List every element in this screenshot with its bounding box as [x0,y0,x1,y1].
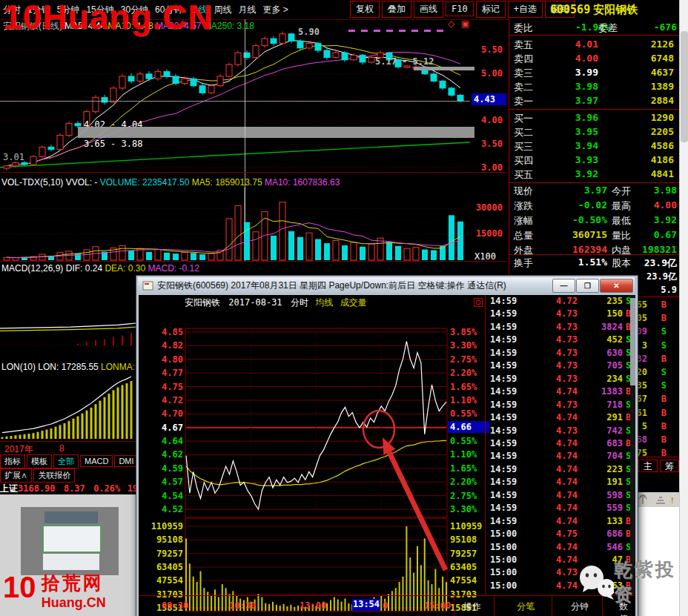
sales-row: 14:59 4.73 452 S [487,334,632,347]
period-更多 >[interactable]: 更多 > [262,4,288,16]
maximize-button[interactable]: ❐ [576,279,599,293]
bid-row-买五[interactable]: 买五3.924841 [509,168,680,182]
site-logo[interactable]: 10 拾荒网 Huang.CN [3,571,106,611]
tab-关联报价[interactable]: 关联报价 [33,468,75,483]
sale-time: 14:59 [490,451,517,461]
tab-全部[interactable]: 全部 [53,454,79,468]
ask-row-卖五[interactable]: 卖五4.012126 [509,38,680,52]
status-bar: 上证3168.90 8.37 0.26% 19 [0,483,136,494]
sale-price: 4.75 [530,529,578,539]
panel-tab-筹[interactable]: 筹 [660,460,679,472]
tab-扩展∧[interactable]: 扩展∧ [0,468,32,483]
minimize-button[interactable]: — [552,279,575,293]
tab-DMI[interactable]: DMI [114,455,136,467]
sale-price: 4.73 [530,322,578,332]
index-pct: 0.26% [93,483,120,494]
tab-模板[interactable]: 模板 [27,454,52,468]
scrollbar-thumb[interactable] [681,31,688,142]
bid-row-买一[interactable]: 买一3.961290 [509,111,680,125]
popup-tab-操作[interactable]: 操作 [463,600,481,613]
sales-row: 14:59 4.74 133 B [487,516,632,529]
index-name[interactable]: 上证 [0,483,18,494]
huanshou-label: 换手 [514,256,533,270]
xaxis-month: 8 [59,443,64,454]
ask-volume: 1389 [606,81,674,92]
window-icon [142,281,154,291]
toolbar-button-叠加[interactable]: 叠加 [382,1,411,18]
ask-price: 3.99 [546,67,598,78]
toolbar-button-标记[interactable]: 标记 [476,1,506,18]
ask-row-卖二[interactable]: 卖二3.981389 [509,80,680,94]
sale-volume: 704 [575,451,623,461]
popup-overlay-vol[interactable]: 成交量 [340,297,367,308]
stock-name: 安阳钢铁 [593,3,638,16]
toolbar-button-画线[interactable]: 画线 [414,1,443,18]
ask-label: 卖三 [514,67,533,80]
weibi-row[interactable]: 委比-1.94%委差-676 [509,21,680,35]
bid-label: 买三 [514,140,533,153]
ask-volume: 2126 [606,39,674,50]
fenshi-left-tick: 4.85 [145,327,183,337]
bid-row-买四[interactable]: 买四3.934186 [509,153,680,168]
vol-tick-15000: 15000 [470,228,503,239]
tab-指标[interactable]: 指标 [0,454,25,468]
stat-value: -0.50% [536,214,607,225]
fenshi-left-tick: 4.70 [145,408,183,419]
toolbar-button-+自选[interactable]: +自选 [508,1,543,18]
sale-price: 4.74 [530,386,578,397]
toolbar-button-复权[interactable]: 复权 [350,1,380,18]
period-周线[interactable]: 周线 [214,4,231,16]
tab-MACD[interactable]: MACD [80,455,113,467]
fenshi-vol-tick-left: 63405 [145,562,183,572]
period-月线[interactable]: 月线 [238,4,256,16]
ask-row-卖一[interactable]: 卖一3.972884 [509,94,680,108]
logo-site-name: 拾荒网 [42,571,106,595]
popup-scrollbar-thumb[interactable] [630,298,635,385]
steps-icon [656,497,665,503]
fenshi-left-tick: 4.75 [145,382,183,392]
popup-title-bar[interactable]: 安阳钢铁(600569) 2017年08月31日 星期四 PageUp/Down… [138,277,635,294]
article-thumbnail[interactable] [21,507,119,575]
sale-volume: 546 [575,542,623,552]
wechat-watermark: 乾紫投资 [575,557,688,606]
ask-row-卖四[interactable]: 卖四4.006748 [509,52,680,66]
stat-value: 360715 [536,229,607,240]
huanshou-row: 换手1.51%股本23.9亿 [509,256,680,270]
popup-tab-分笔[interactable]: 分笔 [517,600,535,613]
fenshi-left-tick: 4.57 [145,477,183,487]
fenshi-price-tag: 4.66 [448,421,489,433]
lon-indicator-label: LON(10) [1,362,36,372]
popup-mode-label[interactable]: 分时 [291,297,308,308]
stock-code: 600569 [550,3,590,16]
popup-stock-name: 安阳钢铁 [185,297,220,308]
fenshi-right-tick: 3.30% [450,340,489,351]
bid-row-买二[interactable]: 买二3.952205 [509,125,680,139]
popup-scrollbar[interactable] [630,295,635,595]
thumb-block-main [43,526,101,552]
popup-overlay-ma[interactable]: 均线 [315,297,333,308]
panel-tab-主[interactable]: 主 [638,460,658,472]
sale-volume: 705 [575,360,623,371]
sales-row: 14:59 4.72 235 S [487,296,632,308]
logo-domain: Huang.CN [42,595,106,611]
close-button[interactable]: ✕ [600,279,633,293]
vol-unit: X100 [474,251,496,262]
stat-value2: 3.92 [621,214,677,225]
fenshi-right-tick: 2.20% [450,368,489,378]
sale-volume: 150 [575,308,623,319]
ask-price: 4.01 [546,39,598,50]
fenshi-vol-tick-right: 47554 [450,575,489,586]
page-scrollbar[interactable] [679,0,688,616]
kline-chart [0,19,470,172]
chart-flag-icon[interactable] [474,298,483,307]
sale-volume: 191 [575,477,623,487]
sale-volume: 291 [575,412,623,423]
sales-row: 14:59 4.74 559 S [487,503,632,515]
tab-divider [454,596,454,616]
time-sales-list[interactable]: 14:59 4.72 235 S14:59 4.73 150 B14:59 4.… [487,296,635,595]
bid-row-买三[interactable]: 买三3.944586 [509,139,680,153]
sale-price: 4.73 [530,348,578,358]
stat-row-涨跌: 涨跌-0.02最高4.00 [509,199,680,213]
ask-row-卖三[interactable]: 卖三3.994637 [509,66,680,80]
toolbar-button-F10[interactable]: F10 [446,1,474,16]
